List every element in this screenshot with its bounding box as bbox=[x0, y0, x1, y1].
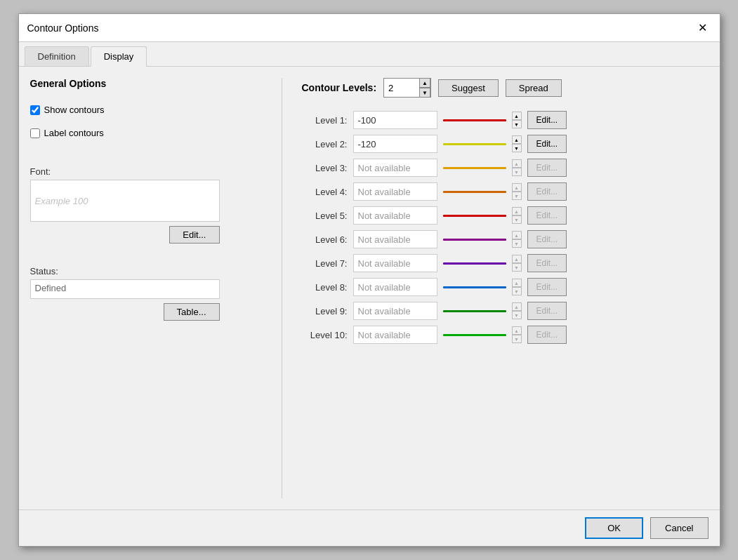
level-row-6: Level 6:▲▼Edit... bbox=[302, 228, 709, 251]
level-row-4: Level 4:▲▼Edit... bbox=[302, 180, 709, 203]
level-color-10 bbox=[443, 334, 506, 336]
label-contours-checkbox[interactable] bbox=[30, 128, 40, 138]
level-spin-down-5: ▼ bbox=[512, 215, 522, 224]
level-input-1[interactable] bbox=[353, 111, 437, 129]
tabs-container: Definition Display bbox=[19, 42, 720, 67]
contour-levels-input-wrap: ▲ ▼ bbox=[383, 78, 431, 98]
table-button[interactable]: Table... bbox=[164, 303, 220, 321]
ok-button[interactable]: OK bbox=[585, 517, 643, 539]
right-panel: Contour Levels: ▲ ▼ Suggest Spread Level… bbox=[302, 78, 709, 498]
spread-button[interactable]: Spread bbox=[506, 79, 562, 97]
level-spin-up-9: ▲ bbox=[512, 302, 522, 311]
general-options-title: General Options bbox=[30, 78, 262, 89]
level-label-5: Level 5: bbox=[302, 211, 348, 221]
contour-levels-spinner: ▲ ▼ bbox=[419, 78, 430, 98]
level-edit-button-9: Edit... bbox=[527, 302, 567, 320]
level-spin-down-3: ▼ bbox=[512, 168, 522, 176]
level-spinner-4: ▲▼ bbox=[512, 183, 522, 200]
level-color-6 bbox=[443, 239, 506, 241]
level-row-3: Level 3:▲▼Edit... bbox=[302, 156, 709, 179]
suggest-button[interactable]: Suggest bbox=[438, 79, 499, 97]
font-preview: Example 100 bbox=[30, 180, 220, 222]
level-label-10: Level 10: bbox=[302, 330, 348, 340]
level-spin-up-2[interactable]: ▲ bbox=[512, 135, 522, 144]
font-edit-button[interactable]: Edit... bbox=[169, 226, 219, 244]
level-spin-down-7: ▼ bbox=[512, 263, 522, 272]
level-spin-up-4: ▲ bbox=[512, 183, 522, 192]
level-spinner-5: ▲▼ bbox=[512, 207, 522, 224]
level-label-2: Level 2: bbox=[302, 139, 348, 149]
contour-levels-spin-up[interactable]: ▲ bbox=[419, 78, 430, 88]
level-row-9: Level 9:▲▼Edit... bbox=[302, 300, 709, 322]
level-label-1: Level 1: bbox=[302, 115, 348, 126]
level-label-6: Level 6: bbox=[302, 234, 348, 245]
cancel-button[interactable]: Cancel bbox=[650, 517, 708, 539]
level-spin-down-6: ▼ bbox=[512, 239, 522, 248]
level-color-4 bbox=[443, 191, 506, 193]
level-spinner-8: ▲▼ bbox=[512, 279, 522, 295]
label-contours-row: Label contours bbox=[30, 128, 262, 138]
contour-levels-label: Contour Levels: bbox=[302, 82, 377, 93]
font-label: Font: bbox=[30, 166, 262, 177]
level-edit-button-6: Edit... bbox=[527, 230, 567, 248]
level-color-8 bbox=[443, 286, 506, 288]
level-input-5 bbox=[353, 206, 437, 225]
level-spin-up-6: ▲ bbox=[512, 231, 522, 239]
level-edit-button-8: Edit... bbox=[527, 278, 567, 296]
level-row-2: Level 2:▲▼Edit... bbox=[302, 133, 709, 155]
level-spin-up-8: ▲ bbox=[512, 279, 522, 287]
level-input-2[interactable] bbox=[353, 135, 437, 153]
level-label-4: Level 4: bbox=[302, 187, 348, 197]
close-button[interactable]: ✕ bbox=[694, 20, 711, 36]
level-input-10 bbox=[353, 326, 437, 344]
show-contours-label: Show contours bbox=[44, 105, 105, 115]
level-color-5 bbox=[443, 215, 506, 217]
show-contours-row: Show contours bbox=[30, 105, 262, 115]
tab-display[interactable]: Display bbox=[91, 46, 147, 67]
level-spin-up-3: ▲ bbox=[512, 159, 522, 168]
level-edit-button-5: Edit... bbox=[527, 206, 567, 225]
level-edit-button-1[interactable]: Edit... bbox=[527, 111, 567, 129]
level-input-6 bbox=[353, 230, 437, 248]
level-spin-down-9: ▼ bbox=[512, 311, 522, 319]
level-row-5: Level 5:▲▼Edit... bbox=[302, 204, 709, 227]
level-input-3 bbox=[353, 159, 437, 177]
level-spinner-3: ▲▼ bbox=[512, 159, 522, 176]
level-row-10: Level 10:▲▼Edit... bbox=[302, 324, 709, 346]
footer: OK Cancel bbox=[19, 509, 720, 546]
level-spin-down-1[interactable]: ▼ bbox=[512, 120, 522, 128]
show-contours-checkbox[interactable] bbox=[30, 105, 40, 115]
levels-table: Level 1:▲▼Edit...Level 2:▲▼Edit...Level … bbox=[302, 109, 709, 346]
level-color-9 bbox=[443, 310, 506, 312]
level-row-7: Level 7:▲▼Edit... bbox=[302, 252, 709, 274]
panel-divider bbox=[282, 78, 282, 498]
level-spin-down-2[interactable]: ▼ bbox=[512, 144, 522, 152]
label-contours-label: Label contours bbox=[44, 128, 104, 138]
level-edit-button-2[interactable]: Edit... bbox=[527, 135, 567, 153]
level-edit-button-3: Edit... bbox=[527, 159, 567, 177]
level-spin-down-4: ▼ bbox=[512, 192, 522, 200]
level-row-8: Level 8:▲▼Edit... bbox=[302, 276, 709, 298]
level-edit-button-7: Edit... bbox=[527, 254, 567, 272]
level-label-8: Level 8: bbox=[302, 282, 348, 293]
level-spin-down-8: ▼ bbox=[512, 287, 522, 295]
level-spin-up-1[interactable]: ▲ bbox=[512, 112, 522, 120]
title-bar: Contour Options ✕ bbox=[19, 14, 720, 42]
status-label: Status: bbox=[30, 266, 262, 276]
level-spinner-9: ▲▼ bbox=[512, 302, 522, 319]
level-spinner-6: ▲▼ bbox=[512, 231, 522, 248]
tab-definition[interactable]: Definition bbox=[25, 46, 89, 66]
contour-levels-header: Contour Levels: ▲ ▼ Suggest Spread bbox=[302, 78, 709, 98]
level-input-7 bbox=[353, 254, 437, 272]
font-preview-text: Example 100 bbox=[35, 196, 88, 206]
level-spinner-1: ▲▼ bbox=[512, 112, 522, 128]
level-row-1: Level 1:▲▼Edit... bbox=[302, 109, 709, 131]
status-value: Defined bbox=[30, 279, 220, 299]
level-color-7 bbox=[443, 262, 506, 265]
main-content: General Options Show contours Label cont… bbox=[19, 67, 720, 509]
level-input-8 bbox=[353, 278, 437, 296]
level-input-9 bbox=[353, 302, 437, 320]
contour-levels-input[interactable] bbox=[384, 79, 419, 97]
level-spin-down-10: ▼ bbox=[512, 335, 522, 343]
contour-levels-spin-down[interactable]: ▼ bbox=[419, 88, 430, 98]
